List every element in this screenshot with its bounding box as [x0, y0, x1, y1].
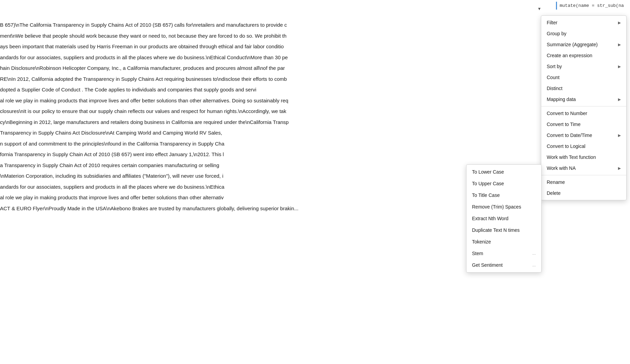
menu-item-delete[interactable]: Delete [541, 188, 626, 199]
submenu-item-extract-nth[interactable]: Extract Nth Word [467, 213, 541, 224]
text-line: ment\nWe believe that people should work… [0, 32, 384, 40]
menu-divider [541, 106, 626, 106]
menu-divider [541, 175, 626, 175]
text-line: a Transparency in Supply Chain Act of 20… [0, 161, 384, 170]
menu-item-convert-datetime[interactable]: Convert to Date/Time▶ [541, 130, 626, 141]
text-line: Transparency in Supply Chains Act Disclo… [0, 128, 384, 137]
text-line: cy\nBeginning in 2012, large manufacture… [0, 118, 384, 127]
menu-item-summarize[interactable]: Summarize (Aggregate)▶ [541, 39, 626, 50]
submenu-arrow-icon: ▶ [618, 21, 621, 25]
submenu-label-get-sentiment: Get Sentiment [472, 262, 503, 268]
text-line: dopted a Supplier Code of Conduct . The … [0, 85, 384, 94]
submenu-item-trim-spaces[interactable]: Remove (Trim) Spaces [467, 201, 541, 213]
submenu-label-stem: Stem [472, 251, 483, 256]
menu-item-mapping-data[interactable]: Mapping data▶ [541, 94, 626, 105]
menu-item-label-summarize: Summarize (Aggregate) [547, 42, 598, 47]
menu-item-rename[interactable]: Rename [541, 177, 626, 188]
chevron-button[interactable]: ▾ [534, 3, 544, 14]
menu-item-label-count: Count [547, 75, 559, 80]
submenu-label-to-title: To Title Case [472, 192, 500, 198]
menu-item-create-expression[interactable]: Create an expression [541, 50, 626, 61]
menu-item-label-sort-by: Sort by [547, 64, 562, 69]
menu-item-label-distinct: Distinct [547, 86, 562, 91]
menu-item-label-filter: Filter [547, 20, 557, 25]
submenu-label-extract-nth: Extract Nth Word [472, 216, 508, 221]
submenu-arrow-icon: ▶ [618, 97, 621, 102]
menu-item-group-by[interactable]: Group by [541, 28, 626, 39]
menu-item-label-mapping-data: Mapping data [547, 97, 576, 102]
submenu-item-to-lower[interactable]: To Lower Case [467, 166, 541, 178]
submenu-label-to-upper: To Upper Case [472, 181, 504, 186]
menu-item-label-convert-time: Convert to Time [547, 122, 581, 127]
menu-item-filter[interactable]: Filter▶ [541, 17, 626, 28]
text-line: andards for our associates, suppliers an… [0, 53, 384, 62]
text-line: ACT & EURO Flyer\nProudly Made in the US… [0, 204, 384, 213]
menu-item-work-na[interactable]: Work with NA▶ [541, 163, 626, 174]
submenu-arrow-icon: ▶ [618, 64, 621, 69]
menu-item-label-create-expression: Create an expression [547, 53, 592, 58]
submenu-label-duplicate-text: Duplicate Text N times [472, 227, 520, 233]
menu-item-label-work-text: Work with Text function [547, 154, 596, 160]
submenu-label-to-lower: To Lower Case [472, 169, 504, 175]
submenu-label-trim-spaces: Remove (Trim) Spaces [472, 204, 521, 210]
submenu-arrow-icon: ▶ [618, 166, 621, 171]
text-line: closures\nIt is our policy to ensure tha… [0, 107, 384, 116]
main-dropdown-menu: Filter▶Group bySummarize (Aggregate)▶Cre… [541, 15, 627, 200]
ellipsis-icon: ... [532, 263, 536, 267]
menu-item-convert-number[interactable]: Convert to Number [541, 108, 626, 119]
menu-item-label-convert-number: Convert to Number [547, 111, 587, 116]
submenu-label-tokenize: Tokenize [472, 239, 491, 244]
submenu-item-to-title[interactable]: To Title Case [467, 189, 541, 201]
menu-item-work-text[interactable]: Work with Text function [541, 152, 626, 163]
text-line: ays been important that materials used b… [0, 42, 384, 51]
submenu-item-stem[interactable]: Stem... [467, 248, 541, 259]
menu-item-convert-time[interactable]: Convert to Time [541, 119, 626, 130]
menu-item-label-delete: Delete [547, 190, 560, 196]
menu-item-label-rename: Rename [547, 179, 565, 185]
text-line: fornia Transparency in Supply Chain Act … [0, 150, 384, 159]
menu-item-sort-by[interactable]: Sort by▶ [541, 61, 626, 72]
ellipsis-icon: ... [532, 251, 536, 256]
mutate-code: mutate(name = str_sub(na [556, 2, 627, 10]
submenu-item-tokenize[interactable]: Tokenize [467, 236, 541, 248]
submenu-item-get-sentiment[interactable]: Get Sentiment... [467, 259, 541, 271]
text-content: B 657)\nThe California Transparency in S… [0, 0, 391, 364]
text-line: andards for our associates, suppliers an… [0, 183, 384, 191]
submenu-item-duplicate-text[interactable]: Duplicate Text N times [467, 224, 541, 236]
text-line: al role we play in making products that … [0, 193, 384, 202]
menu-item-distinct[interactable]: Distinct [541, 83, 626, 94]
submenu-arrow-icon: ▶ [618, 42, 621, 47]
menu-item-label-convert-datetime: Convert to Date/Time [547, 133, 592, 138]
top-bar: ▾ mutate(name = str_sub(na [390, 0, 630, 17]
menu-item-label-convert-logical: Convert to Logical [547, 143, 585, 149]
text-function-submenu: To Lower CaseTo Upper CaseTo Title CaseR… [466, 164, 542, 273]
text-line: hain Disclosure\nRobinson Helicopter Com… [0, 64, 384, 73]
text-line: n support of and commitment to the princ… [0, 139, 384, 148]
menu-item-convert-logical[interactable]: Convert to Logical [541, 141, 626, 152]
text-line: RE\nIn 2012, California adopted the Tran… [0, 75, 384, 84]
text-line: \nMaterion Corporation, including its su… [0, 172, 384, 180]
menu-item-label-work-na: Work with NA [547, 165, 576, 171]
menu-item-label-group-by: Group by [547, 31, 567, 36]
menu-item-count[interactable]: Count [541, 72, 626, 83]
submenu-arrow-icon: ▶ [618, 133, 621, 138]
text-line: B 657)\nThe California Transparency in S… [0, 21, 384, 29]
submenu-item-to-upper[interactable]: To Upper Case [467, 178, 541, 189]
text-line: al role we play in making products that … [0, 96, 384, 105]
